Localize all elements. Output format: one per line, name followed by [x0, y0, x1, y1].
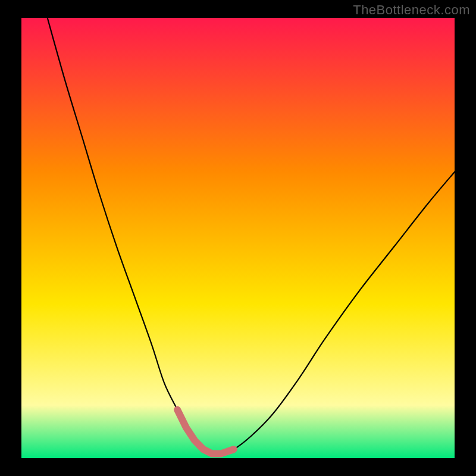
gradient-background — [21, 18, 455, 458]
plot-area — [21, 18, 455, 458]
chart-frame: TheBottleneck.com — [0, 0, 476, 476]
watermark-text: TheBottleneck.com — [353, 2, 470, 18]
chart-svg — [21, 18, 455, 458]
